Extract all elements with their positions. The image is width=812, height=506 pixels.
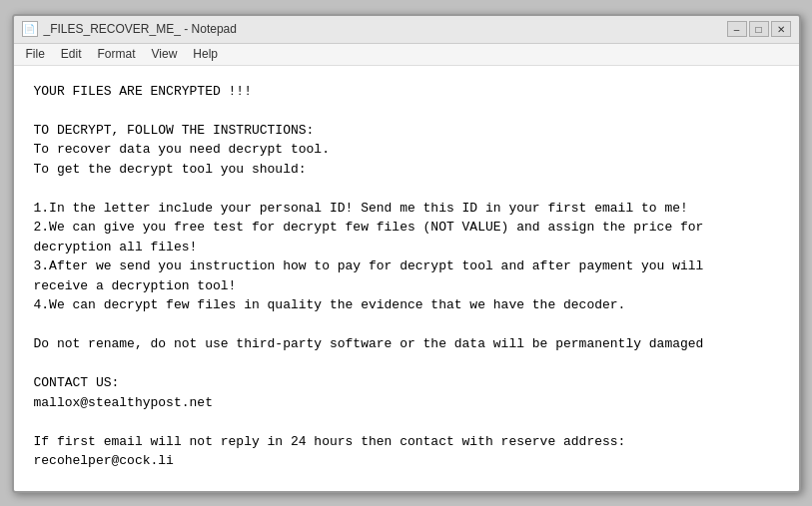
maximize-button[interactable]: □	[749, 21, 769, 37]
notepad-content: YOUR FILES ARE ENCRYPTED !!! TO DECRYPT,…	[34, 82, 779, 491]
app-icon: 📄	[22, 21, 38, 37]
menu-bar: File Edit Format View Help	[14, 44, 799, 66]
menu-format[interactable]: Format	[90, 45, 144, 63]
title-bar-left: 📄 _FILES_RECOVER_ME_ - Notepad	[22, 21, 237, 37]
close-button[interactable]: ✕	[771, 21, 791, 37]
menu-edit[interactable]: Edit	[53, 45, 90, 63]
notepad-window: 📄 _FILES_RECOVER_ME_ - Notepad – □ ✕ Fil…	[12, 14, 801, 493]
menu-view[interactable]: View	[144, 45, 186, 63]
window-title: _FILES_RECOVER_ME_ - Notepad	[44, 22, 237, 36]
title-bar: 📄 _FILES_RECOVER_ME_ - Notepad – □ ✕	[14, 16, 799, 44]
minimize-button[interactable]: –	[727, 21, 747, 37]
window-controls: – □ ✕	[727, 21, 791, 37]
menu-file[interactable]: File	[18, 45, 53, 63]
content-area[interactable]: YOUR FILES ARE ENCRYPTED !!! TO DECRYPT,…	[14, 66, 799, 491]
menu-help[interactable]: Help	[185, 45, 226, 63]
